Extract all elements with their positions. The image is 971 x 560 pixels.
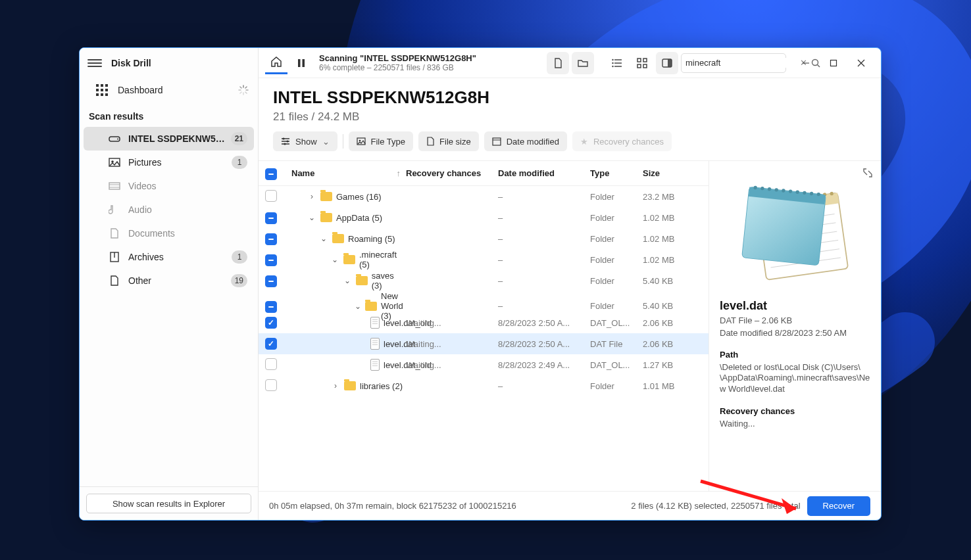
search-input[interactable] bbox=[685, 58, 796, 68]
grid-view-button[interactable] bbox=[631, 52, 653, 74]
col-type[interactable]: Type bbox=[590, 168, 643, 178]
app-title: Disk Drill bbox=[111, 58, 151, 68]
category-label: Videos bbox=[128, 181, 157, 191]
svg-point-33 bbox=[612, 62, 613, 63]
category-label: Documents bbox=[128, 228, 175, 239]
row-type: Folder bbox=[590, 301, 643, 311]
file-type-filter-button[interactable]: File Type bbox=[349, 131, 414, 151]
row-checkbox[interactable] bbox=[265, 379, 277, 391]
table-row[interactable]: ⌄New World (3)–Folder5.40 KB bbox=[259, 291, 709, 312]
maximize-button[interactable] bbox=[820, 52, 847, 74]
sidebar-drive-item[interactable]: INTEL SSDPEKNW512G8H 21 bbox=[84, 127, 254, 151]
scan-results-section-label: Scan results bbox=[80, 102, 258, 127]
svg-rect-55 bbox=[493, 138, 501, 145]
menu-button[interactable] bbox=[87, 56, 102, 70]
table-row[interactable]: ⌄Roaming (5)–Folder1.02 MB bbox=[259, 228, 709, 249]
expand-toggle[interactable]: ⌄ bbox=[343, 276, 352, 285]
show-filter-button[interactable]: Show ⌄ bbox=[273, 131, 337, 151]
recovery-chances-filter-button[interactable]: ★ Recovery chances bbox=[572, 131, 672, 151]
row-size: 1.02 MB bbox=[643, 255, 702, 265]
table-row[interactable]: ⌄saves (3)–Folder5.40 KB bbox=[259, 270, 709, 291]
view-files-button[interactable] bbox=[547, 52, 569, 74]
row-checkbox[interactable] bbox=[265, 212, 277, 224]
category-badge: 1 bbox=[232, 250, 247, 264]
expand-preview-icon[interactable] bbox=[862, 168, 873, 178]
svg-rect-36 bbox=[643, 58, 647, 62]
table-row[interactable]: ⌄AppData (5)–Folder1.02 MB bbox=[259, 207, 709, 228]
date-modified-filter-button[interactable]: Date modified bbox=[484, 131, 567, 151]
show-in-explorer-button[interactable]: Show scan results in Explorer bbox=[86, 494, 251, 513]
category-label: Other bbox=[128, 275, 151, 286]
svg-rect-8 bbox=[101, 93, 103, 96]
file-icon bbox=[426, 137, 434, 146]
toggle-preview-button[interactable] bbox=[656, 52, 678, 74]
svg-rect-3 bbox=[105, 84, 108, 87]
home-button[interactable] bbox=[265, 52, 287, 74]
sidebar-dashboard[interactable]: Dashboard bbox=[80, 78, 258, 102]
pause-button[interactable] bbox=[290, 52, 312, 74]
expand-toggle[interactable]: ⌄ bbox=[355, 302, 361, 311]
sidebar-category-archives[interactable]: Archives1 bbox=[84, 245, 254, 269]
svg-rect-5 bbox=[101, 89, 103, 91]
row-checkbox[interactable] bbox=[265, 254, 277, 266]
sidebar-category-videos[interactable]: Videos bbox=[84, 174, 254, 198]
row-checkbox[interactable] bbox=[265, 233, 277, 245]
sort-arrow-icon[interactable]: ↑ bbox=[397, 168, 401, 178]
file-icon bbox=[370, 317, 380, 329]
table-row[interactable]: ›Games (16)–Folder23.2 MB bbox=[259, 186, 709, 207]
sidebar-category-audio[interactable]: Audio bbox=[84, 198, 254, 222]
sidebar-category-documents[interactable]: Documents bbox=[84, 222, 254, 245]
table-row[interactable]: ›libraries (2)–Folder1.01 MB bbox=[259, 375, 709, 396]
recover-button[interactable]: Recover bbox=[807, 496, 870, 516]
col-size[interactable]: Size bbox=[643, 168, 702, 178]
row-date: 8/28/2023 2:49 A... bbox=[498, 360, 590, 370]
row-checkbox[interactable] bbox=[265, 338, 277, 350]
select-all-checkbox[interactable] bbox=[265, 168, 277, 180]
expand-toggle[interactable]: ⌄ bbox=[307, 213, 316, 222]
row-checkbox[interactable] bbox=[265, 317, 277, 329]
star-icon: ★ bbox=[580, 137, 588, 147]
row-type: Folder bbox=[590, 234, 643, 244]
minimize-button[interactable] bbox=[793, 52, 819, 74]
table-row[interactable]: level.dat_oldWaiting...8/28/2023 2:49 A.… bbox=[259, 354, 709, 375]
expand-toggle[interactable]: ⌄ bbox=[319, 234, 328, 243]
close-button[interactable] bbox=[848, 52, 874, 74]
main-area: Scanning "INTEL SSDPEKNW512G8H" 6% compl… bbox=[259, 48, 881, 520]
folder-icon bbox=[320, 192, 332, 201]
scan-status-detail: 6% complete – 2250571 files / 836 GB bbox=[319, 63, 476, 72]
folder-icon bbox=[365, 302, 377, 311]
expand-toggle[interactable]: ⌄ bbox=[331, 255, 339, 264]
svg-rect-1 bbox=[96, 84, 99, 87]
folder-icon bbox=[320, 213, 332, 222]
row-type: DAT_OL... bbox=[590, 360, 643, 370]
row-checkbox[interactable] bbox=[265, 190, 277, 202]
col-name[interactable]: Name bbox=[291, 168, 314, 178]
search-box[interactable]: ✕ bbox=[681, 53, 786, 73]
table-row[interactable]: ⌄.minecraft (5)–Folder1.02 MB bbox=[259, 249, 709, 270]
col-recovery-chances[interactable]: Recovery chances bbox=[406, 168, 498, 178]
svg-rect-9 bbox=[105, 93, 108, 96]
view-folders-button[interactable] bbox=[572, 52, 594, 74]
row-checkbox[interactable] bbox=[265, 275, 277, 287]
svg-rect-37 bbox=[637, 64, 641, 68]
svg-point-50 bbox=[282, 137, 284, 139]
notepad-icon bbox=[736, 175, 855, 287]
expand-toggle[interactable]: › bbox=[307, 192, 316, 201]
documents-icon bbox=[109, 227, 120, 239]
row-checkbox[interactable] bbox=[265, 301, 277, 313]
row-checkbox[interactable] bbox=[265, 358, 277, 370]
expand-toggle[interactable]: › bbox=[331, 381, 340, 390]
sidebar-category-other[interactable]: Other19 bbox=[84, 269, 254, 292]
preview-typeline: DAT File – 2.06 KB bbox=[720, 315, 870, 325]
col-date-modified[interactable]: Date modified bbox=[498, 168, 590, 178]
list-view-button[interactable] bbox=[606, 52, 628, 74]
file-table: Name ↑ Recovery chances Date modified Ty… bbox=[259, 161, 709, 491]
file-size-label: File size bbox=[439, 137, 471, 147]
file-size-filter-button[interactable]: File size bbox=[418, 131, 479, 151]
svg-rect-6 bbox=[105, 89, 108, 91]
preview-filename: level.dat bbox=[720, 299, 870, 313]
row-type: DAT_OL... bbox=[590, 318, 643, 328]
table-row[interactable]: level.datWaiting...8/28/2023 2:50 A...DA… bbox=[259, 333, 709, 354]
sidebar-category-pictures[interactable]: Pictures1 bbox=[84, 151, 254, 174]
status-bar: 0h 05m elapsed, 0h 37m remain, block 621… bbox=[259, 491, 881, 520]
